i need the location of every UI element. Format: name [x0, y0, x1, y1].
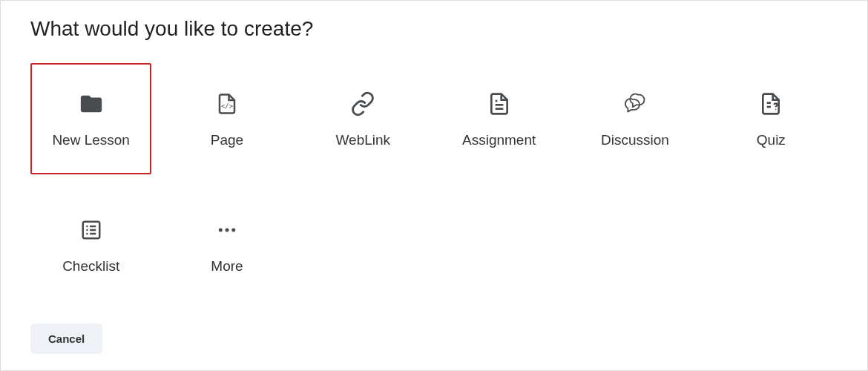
- option-label: Quiz: [757, 132, 786, 148]
- svg-point-14: [219, 229, 223, 232]
- option-assignment[interactable]: Assignment: [438, 63, 559, 174]
- svg-text:</>: </>: [221, 102, 233, 110]
- discussion-icon: [620, 89, 650, 119]
- assignment-icon: [484, 89, 514, 119]
- svg-point-15: [225, 229, 228, 232]
- option-label: New Lesson: [52, 132, 130, 148]
- option-weblink[interactable]: WebLink: [303, 63, 424, 174]
- option-more[interactable]: More: [166, 189, 287, 301]
- svg-point-12: [86, 233, 88, 235]
- options-grid: New Lesson </> Page WebLink: [30, 63, 832, 301]
- option-discussion[interactable]: Discussion: [574, 63, 695, 174]
- svg-point-8: [86, 226, 88, 228]
- option-label: Page: [211, 132, 243, 148]
- option-quiz[interactable]: Quiz: [711, 63, 832, 174]
- option-label: Checklist: [62, 258, 119, 275]
- option-new-lesson[interactable]: New Lesson: [30, 63, 151, 174]
- page-icon: </>: [212, 89, 242, 119]
- option-checklist[interactable]: Checklist: [30, 189, 151, 301]
- cancel-button[interactable]: Cancel: [30, 324, 102, 354]
- svg-point-16: [231, 229, 235, 232]
- dialog-footer: Cancel: [30, 324, 102, 354]
- quiz-icon: [756, 89, 786, 119]
- dialog-title: What would you like to create?: [30, 17, 838, 41]
- option-label: WebLink: [336, 132, 391, 148]
- more-icon: [212, 215, 242, 245]
- link-icon: [348, 89, 378, 119]
- option-label: More: [211, 258, 243, 275]
- svg-point-6: [775, 109, 777, 111]
- folder-icon: [76, 89, 106, 119]
- svg-point-10: [86, 229, 88, 232]
- create-dialog: What would you like to create? New Lesso…: [1, 1, 867, 370]
- option-label: Assignment: [462, 132, 536, 148]
- checklist-icon: [76, 215, 106, 245]
- option-label: Discussion: [601, 132, 669, 148]
- option-page[interactable]: </> Page: [166, 63, 287, 174]
